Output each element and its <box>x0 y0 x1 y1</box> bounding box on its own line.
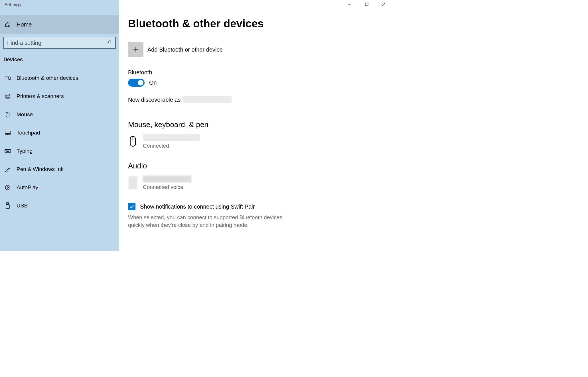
sidebar: Settings Home Devices <box>0 0 119 251</box>
keyboard-icon <box>5 149 11 153</box>
svg-point-23 <box>5 185 10 190</box>
sidebar-item-label: USB <box>17 203 28 209</box>
sidebar-item-usb[interactable]: USB <box>0 197 119 215</box>
sidebar-item-label: Home <box>17 21 32 28</box>
sidebar-item-label: Printers & scanners <box>17 93 64 99</box>
page-title: Bluetooth & other devices <box>128 18 392 30</box>
usb-icon <box>5 202 11 209</box>
svg-rect-6 <box>5 76 8 79</box>
minimize-button[interactable] <box>341 0 358 9</box>
sidebar-item-label: Mouse <box>17 111 33 118</box>
discoverable-line: Now discoverable as <box>128 96 392 103</box>
close-button[interactable] <box>375 0 392 9</box>
group-audio-heading: Audio <box>128 162 392 170</box>
bluetooth-heading: Bluetooth <box>128 69 392 76</box>
search-input-container[interactable] <box>3 37 116 49</box>
audio-device-icon <box>128 176 138 189</box>
device-row-audio[interactable]: Connected voice <box>128 176 392 190</box>
touchpad-icon <box>5 130 11 135</box>
bluetooth-toggle-label: On <box>149 80 157 86</box>
svg-line-5 <box>107 42 109 44</box>
maximize-button[interactable] <box>358 0 375 9</box>
sidebar-item-typing[interactable]: Typing <box>0 142 119 160</box>
svg-rect-26 <box>6 205 9 209</box>
home-icon <box>5 22 11 27</box>
sidebar-item-mouse[interactable]: Mouse <box>0 105 119 124</box>
device-name-redacted <box>143 134 200 141</box>
sidebar-item-label: Bluetooth & other devices <box>17 75 78 81</box>
search-input[interactable] <box>7 40 107 46</box>
sidebar-item-label: AutoPlay <box>17 184 38 191</box>
group-mouse-heading: Mouse, keyboard, & pen <box>128 120 392 129</box>
search-icon <box>107 40 112 46</box>
svg-rect-25 <box>7 203 9 205</box>
sidebar-item-touchpad[interactable]: Touchpad <box>0 124 119 142</box>
mouse-icon <box>5 111 11 118</box>
discoverable-prefix: Now discoverable as <box>128 97 181 103</box>
sidebar-item-label: Pen & Windows Ink <box>17 166 64 172</box>
svg-rect-11 <box>6 97 9 99</box>
discoverable-name-redacted <box>183 96 232 103</box>
window-title: Settings <box>5 2 21 7</box>
svg-rect-1 <box>365 3 368 6</box>
mouse-icon <box>128 135 138 148</box>
swift-pair-label: Show notifications to connect using Swif… <box>140 203 255 210</box>
sidebar-item-printers[interactable]: Printers & scanners <box>0 87 119 105</box>
main-content: Bluetooth & other devices Add Bluetooth … <box>119 0 392 251</box>
sidebar-item-bluetooth[interactable]: Bluetooth & other devices <box>0 69 119 87</box>
devices-icon <box>5 75 11 81</box>
autoplay-icon <box>5 184 11 191</box>
swift-pair-description: When selected, you can connect to suppor… <box>128 214 299 229</box>
bluetooth-toggle[interactable] <box>128 79 145 87</box>
svg-point-20 <box>8 150 8 150</box>
svg-rect-9 <box>6 94 10 95</box>
device-name-redacted <box>143 176 191 182</box>
plus-icon <box>128 42 143 57</box>
sidebar-item-home[interactable]: Home <box>0 15 119 34</box>
sidebar-item-label: Typing <box>17 148 33 154</box>
swift-pair-checkbox[interactable] <box>128 203 135 210</box>
sidebar-item-pen[interactable]: Pen & Windows Ink <box>0 160 119 178</box>
sidebar-item-label: Touchpad <box>17 130 40 136</box>
device-row-mouse[interactable]: Connected <box>128 134 392 149</box>
sidebar-section-label: Devices <box>3 57 119 63</box>
add-device-button[interactable]: Add Bluetooth or other device <box>128 42 392 57</box>
pen-icon <box>5 166 11 172</box>
svg-point-21 <box>9 150 9 150</box>
add-device-label: Add Bluetooth or other device <box>147 46 223 53</box>
device-status: Connected <box>143 143 200 149</box>
svg-point-19 <box>7 150 7 150</box>
svg-point-8 <box>9 79 10 80</box>
svg-rect-17 <box>5 150 11 153</box>
device-status: Connected voice <box>143 184 191 190</box>
sidebar-item-autoplay[interactable]: AutoPlay <box>0 178 119 197</box>
svg-marker-24 <box>7 186 9 188</box>
svg-point-18 <box>6 150 6 150</box>
printer-icon <box>5 93 11 99</box>
